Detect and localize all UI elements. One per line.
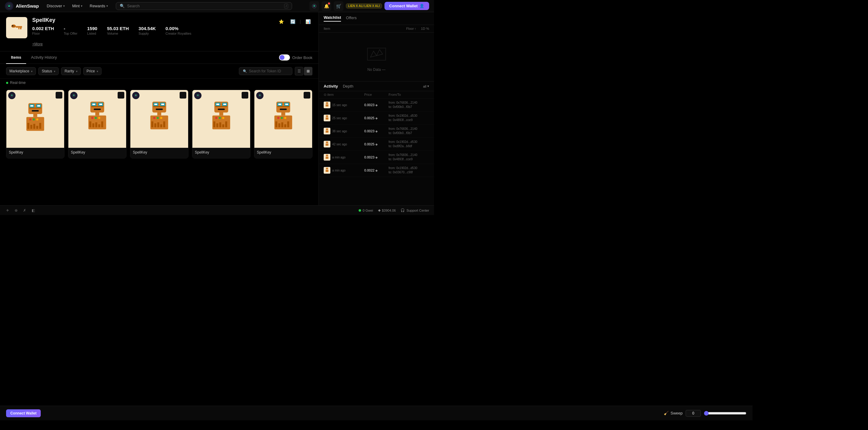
svg-rect-11 bbox=[16, 26, 22, 28]
brand-badge: LIEN X ALI LIEN X ALI bbox=[346, 3, 382, 8]
nft-card[interactable]: SpellKey bbox=[6, 90, 64, 159]
svg-rect-121 bbox=[284, 124, 286, 127]
panel-cols: Item Floor ↑ 1D % bbox=[319, 25, 434, 32]
svg-rect-34 bbox=[39, 123, 41, 129]
svg-rect-35 bbox=[29, 119, 32, 121]
svg-rect-27 bbox=[29, 108, 41, 109]
activity-item: 25 sec ago bbox=[324, 115, 364, 121]
svg-point-19 bbox=[12, 95, 13, 95]
svg-rect-99 bbox=[222, 124, 224, 127]
order-book-toggle[interactable] bbox=[279, 54, 290, 60]
telegram-icon[interactable]: ✈ bbox=[5, 208, 10, 213]
alien-icon-btn[interactable] bbox=[309, 1, 319, 11]
svg-rect-26 bbox=[32, 110, 39, 112]
tabs-row: Items Activity History Order Book bbox=[0, 51, 318, 64]
svg-rect-146 bbox=[326, 170, 329, 172]
svg-point-62 bbox=[135, 95, 136, 95]
tab-items[interactable]: Items bbox=[6, 51, 26, 64]
tab-depth[interactable]: Depth bbox=[343, 84, 353, 88]
svg-rect-140 bbox=[326, 144, 329, 146]
main-layout: SpellKey 0.002 ETH Floor - Top Offer 159… bbox=[0, 12, 434, 205]
nft-checkbox[interactable] bbox=[180, 92, 186, 98]
tab-offers[interactable]: Offers bbox=[346, 16, 356, 21]
more-link[interactable]: +More bbox=[6, 42, 312, 46]
nft-checkbox[interactable] bbox=[242, 92, 248, 98]
svg-point-84 bbox=[197, 95, 198, 95]
nft-alien-badge bbox=[70, 92, 78, 99]
token-id-input[interactable] bbox=[249, 69, 288, 73]
nav-right: 🔔 🛒 LIEN X ALI LIEN X ALI Connect Wallet… bbox=[309, 1, 429, 11]
tab-right: Order Book bbox=[279, 54, 312, 60]
nft-info: SpellKey bbox=[68, 148, 126, 158]
svg-rect-68 bbox=[154, 104, 157, 105]
svg-rect-55 bbox=[98, 124, 100, 127]
svg-rect-53 bbox=[92, 123, 95, 127]
price-filter[interactable]: Price ▾ bbox=[83, 67, 101, 75]
status-filter[interactable]: Status ▾ bbox=[38, 67, 59, 75]
activity-row[interactable]: a min ago 0.0023 ◆ from: 0x76836...2140 … bbox=[319, 151, 434, 164]
discord-icon[interactable]: ⊕ bbox=[13, 208, 19, 213]
svg-point-6 bbox=[314, 5, 314, 6]
activity-item: 42 sec ago bbox=[324, 141, 364, 147]
nft-checkbox[interactable] bbox=[56, 92, 62, 98]
activity-row[interactable]: 38 sec ago 0.0023 ◆ from: 0x76836...2140… bbox=[319, 125, 434, 138]
twitter-icon[interactable]: ✗ bbox=[22, 208, 27, 213]
svg-rect-76 bbox=[157, 122, 160, 127]
nav-mint[interactable]: Mint ▾ bbox=[69, 2, 85, 9]
activity-row[interactable]: 25 sec ago 0.0025 ◆ from: 0x1902d...d530… bbox=[319, 112, 434, 125]
realtime-row: Real-time bbox=[0, 79, 318, 87]
nft-checkbox[interactable] bbox=[118, 92, 124, 98]
stat-royalties: 0.00% Creator Royalties bbox=[166, 26, 191, 35]
refresh-icon[interactable]: 🔄 bbox=[288, 17, 297, 26]
nft-image bbox=[254, 90, 312, 148]
svg-rect-37 bbox=[36, 119, 38, 121]
grid-view-btn[interactable]: ⊞ bbox=[304, 67, 312, 76]
svg-rect-30 bbox=[27, 123, 29, 129]
sort-arrow-icon[interactable]: ↑ bbox=[414, 27, 416, 30]
svg-rect-57 bbox=[91, 117, 94, 119]
search-bar: 🔍 / bbox=[116, 2, 292, 10]
svg-rect-124 bbox=[281, 117, 283, 119]
cart-btn[interactable]: 🛒 bbox=[334, 1, 343, 11]
svg-rect-137 bbox=[326, 131, 329, 133]
svg-point-1 bbox=[8, 5, 10, 7]
tab-activity[interactable]: Activity bbox=[324, 84, 338, 88]
connect-wallet-button[interactable]: Connect Wallet 👤 bbox=[384, 2, 429, 10]
collection-actions: ⭐ 🔄 | 📊 bbox=[277, 17, 312, 26]
nav-discover[interactable]: Discover ▾ bbox=[44, 2, 68, 9]
svg-rect-143 bbox=[326, 156, 329, 159]
gwei-stat: 0 Gwei bbox=[359, 209, 373, 212]
activity-row[interactable]: a min ago 0.0022 ◆ from: 0x1902d...d530 … bbox=[319, 164, 434, 177]
activity-row[interactable]: 15 sec ago 0.0023 ◆ from: 0x76836...2140… bbox=[319, 98, 434, 112]
svg-rect-96 bbox=[213, 121, 215, 127]
logo[interactable]: AlienSwap bbox=[5, 2, 39, 10]
nft-card[interactable]: SpellKey bbox=[192, 90, 250, 159]
rarity-filter[interactable]: Rarity ▾ bbox=[61, 67, 81, 75]
list-view-btn[interactable]: ☰ bbox=[295, 67, 303, 76]
nav-rewards[interactable]: Rewards ▾ bbox=[87, 2, 111, 9]
mirror-icon[interactable]: ◧ bbox=[30, 208, 36, 213]
svg-rect-50 bbox=[95, 113, 99, 116]
svg-rect-58 bbox=[95, 117, 97, 119]
stat-listed: 1590 Listed bbox=[87, 26, 97, 35]
activity-row[interactable]: 42 sec ago 0.0025 ◆ from: 0x1902d...d530… bbox=[319, 138, 434, 151]
svg-point-106 bbox=[259, 95, 260, 95]
star-icon[interactable]: ⭐ bbox=[277, 17, 286, 26]
nft-checkbox[interactable] bbox=[304, 92, 310, 98]
tab-watchlist[interactable]: Watchlist bbox=[324, 15, 341, 22]
nft-card[interactable]: SpellKey bbox=[68, 90, 126, 159]
svg-point-18 bbox=[11, 95, 12, 95]
notification-btn[interactable]: 🔔 bbox=[321, 1, 331, 11]
svg-point-63 bbox=[136, 95, 137, 95]
svg-rect-70 bbox=[156, 109, 163, 110]
nft-card[interactable]: SpellKey bbox=[254, 90, 312, 159]
chart-icon[interactable]: 📊 bbox=[303, 17, 312, 26]
nft-card[interactable]: SpellKey bbox=[130, 90, 188, 159]
tab-activity[interactable]: Activity History bbox=[26, 51, 62, 64]
marketplace-filter[interactable]: Marketplace ▾ bbox=[6, 67, 36, 75]
support-center-btn[interactable]: 🎧 Support Center bbox=[401, 208, 429, 212]
activity-all-filter[interactable]: all ▾ bbox=[423, 84, 429, 88]
search-input[interactable] bbox=[127, 4, 282, 8]
collection-title-row: SpellKey 0.002 ETH Floor - Top Offer 159… bbox=[6, 17, 312, 38]
nft-image bbox=[6, 90, 64, 148]
